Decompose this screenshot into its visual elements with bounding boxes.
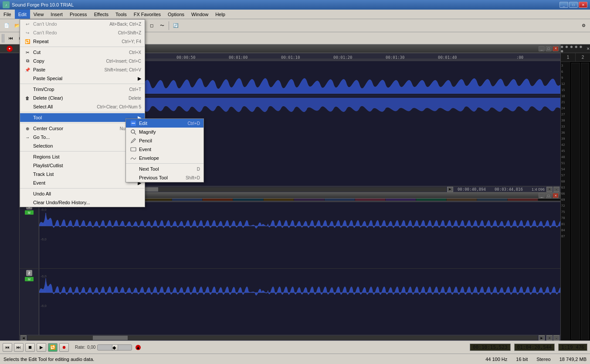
submenu-envelope-icon	[129, 154, 137, 162]
pos1-value: 00:00:40,894	[458, 187, 486, 192]
transport-play[interactable]: ▶	[37, 343, 46, 352]
submenu-envelope[interactable]: Envelope	[126, 154, 203, 162]
submenu-next-tool[interactable]: Next Tool D	[126, 165, 203, 173]
minimize-button[interactable]: _	[559, 2, 568, 8]
delete-shortcut: Delete	[129, 96, 141, 101]
menu-cant-redo[interactable]: ↪ Can't Redo Ctrl+Shift+Z	[20, 28, 145, 37]
svg-text:-6,0: -6,0	[41, 274, 47, 278]
menu-window[interactable]: Window	[188, 10, 212, 19]
clear-history-label: Clear Undo/Redo History...	[33, 200, 141, 205]
track1-mute[interactable]: M	[25, 210, 34, 215]
paste-shortcut: Shift+Insert; Ctrl+V	[105, 67, 141, 72]
sep2	[20, 84, 145, 84]
undo-all-icon	[24, 190, 31, 198]
tb-event[interactable]: ◻	[147, 21, 156, 30]
scroll-right-btn[interactable]: ►	[447, 187, 453, 192]
cant-undo-shortcut: Alt+Back; Ctrl+Z	[109, 22, 141, 27]
transport-record[interactable]: ⏺	[59, 343, 69, 352]
svg-point-40	[131, 130, 135, 133]
position-display2: 00:03:44,816	[495, 187, 523, 192]
menu-process[interactable]: Process	[66, 10, 91, 19]
scroll-right-btn2[interactable]: ►	[539, 335, 545, 340]
zoom-in-btn2[interactable]: +	[546, 335, 553, 340]
scroll-thumb2[interactable]	[93, 336, 128, 340]
status-freq: 44 100 Hz	[485, 357, 507, 362]
sep1	[20, 47, 145, 47]
submenu-pencil[interactable]: Pencil	[126, 136, 203, 145]
menu-undo-all[interactable]: Undo All	[20, 189, 145, 198]
menu-copy[interactable]: ⧉ Copy Ctrl+Insert; Ctrl+C	[20, 57, 145, 65]
zoom-out-btn2[interactable]: -	[553, 335, 559, 340]
menu-trim-crop[interactable]: Trim/Crop Ctrl+T	[20, 85, 145, 94]
tool-submenu-dropdown[interactable]: Edit Ctrl+D Magnify Pencil Event	[125, 118, 204, 182]
menu-paste[interactable]: 📌 Paste Shift+Insert; Ctrl+V	[20, 65, 145, 74]
tb-envelope[interactable]: 〜	[157, 21, 167, 30]
zoom-out-btn[interactable]: -	[553, 187, 559, 192]
menu-file[interactable]: File	[0, 10, 15, 19]
menu-tools[interactable]: Tools	[112, 10, 130, 19]
menu-fx-favorites[interactable]: FX Favorites	[130, 10, 164, 19]
lower-win-maximize[interactable]: □	[546, 193, 552, 198]
vu-ch1-bar	[571, 63, 580, 340]
tb-sep4	[169, 21, 169, 30]
transport-stop[interactable]: ⏹	[25, 343, 35, 352]
time-display-2: 01:04:20,544	[514, 344, 555, 351]
submenu-pencil-icon	[129, 137, 137, 145]
rate-slider[interactable]: ◆	[97, 344, 132, 351]
zoom-in-btn[interactable]: +	[546, 187, 553, 192]
scroll-left-btn2[interactable]: ◄	[20, 335, 27, 340]
upper-win-maximize[interactable]: □	[546, 46, 552, 51]
menu-cant-undo[interactable]: ↩ Can't Undo Alt+Back; Ctrl+Z	[20, 20, 145, 28]
track-ctrl-top: ●	[0, 44, 19, 53]
status-bar: Selects the Edit Tool for editing audio …	[0, 354, 590, 364]
rate-slider-thumb[interactable]: ◆	[112, 344, 118, 351]
upper-win-minimize[interactable]: _	[539, 46, 545, 51]
menu-paste-special[interactable]: Paste Special ▶	[20, 74, 145, 83]
lower-win-minimize[interactable]: _	[539, 193, 545, 198]
paste-special-icon	[24, 74, 31, 82]
cant-undo-label: Can't Undo	[33, 21, 109, 27]
submenu-event[interactable]: Event	[126, 145, 203, 154]
vu-bars	[570, 62, 590, 340]
maximize-button[interactable]: □	[569, 2, 578, 8]
menu-view[interactable]: View	[30, 10, 47, 19]
submenu-sep1	[126, 163, 203, 164]
menu-edit[interactable]: Edit	[15, 10, 30, 19]
transport-loop[interactable]: 🔁	[48, 343, 58, 352]
upper-win-close[interactable]: ✕	[553, 46, 559, 51]
track2: 2 M -6,0 -Inf. -6,0	[20, 269, 560, 335]
submenu-prev-tool[interactable]: Previous Tool Shift+D	[126, 173, 203, 182]
vu-close[interactable]: ✕	[587, 47, 590, 51]
vu-scale-labels: 369 121518 212427 303336 394245 485154 5…	[561, 62, 570, 340]
menu-help[interactable]: Help	[212, 10, 229, 19]
cut-icon: ✂	[24, 48, 31, 56]
menu-clear-history[interactable]: Clear Undo/Redo History...	[20, 198, 145, 207]
vu-ch1-label: 1	[561, 53, 576, 61]
close-button[interactable]: ✕	[579, 2, 587, 8]
tb-settings[interactable]: ⚙	[579, 21, 588, 30]
transport-prev[interactable]: ⏭	[14, 343, 24, 352]
transport-start[interactable]: ⏮	[3, 343, 12, 352]
status-mode: Stereo	[536, 357, 550, 362]
tb-new[interactable]: 📄	[2, 21, 11, 30]
menu-select-all[interactable]: Select All Ctrl+Clear; Ctrl+Num 5	[20, 102, 145, 111]
track2-mute[interactable]: M	[25, 277, 34, 281]
grip1[interactable]	[2, 34, 4, 43]
submenu-magnify[interactable]: Magnify	[126, 128, 203, 136]
tb2-start[interactable]: ⏮	[6, 34, 16, 43]
scrollbar-lower[interactable]: ◄ ► + -	[20, 335, 560, 340]
lower-win-close[interactable]: ✕	[553, 193, 559, 198]
track2-controls: 2 M	[20, 269, 39, 335]
submenu-next-shortcut: D	[197, 167, 200, 172]
submenu-edit[interactable]: Edit Ctrl+D	[126, 119, 203, 128]
menu-delete[interactable]: 🗑 Delete (Clear) Delete	[20, 94, 145, 102]
menu-insert[interactable]: Insert	[47, 10, 66, 19]
menu-cut[interactable]: ✂ Cut Ctrl+X	[20, 48, 145, 57]
cant-undo-icon: ↩	[24, 20, 31, 28]
menu-effects[interactable]: Effects	[91, 10, 112, 19]
tb-refresh[interactable]: 🔄	[171, 21, 180, 30]
menu-options[interactable]: Options	[164, 10, 188, 19]
menu-repeat[interactable]: 🔁 Repeat Ctrl+Y; F4	[20, 37, 145, 46]
scroll-track2[interactable]	[27, 336, 538, 340]
vu-meter-panel: ● ● ● ● ● ● ✕ 1 2 369 121518 212427 3033…	[560, 44, 590, 340]
